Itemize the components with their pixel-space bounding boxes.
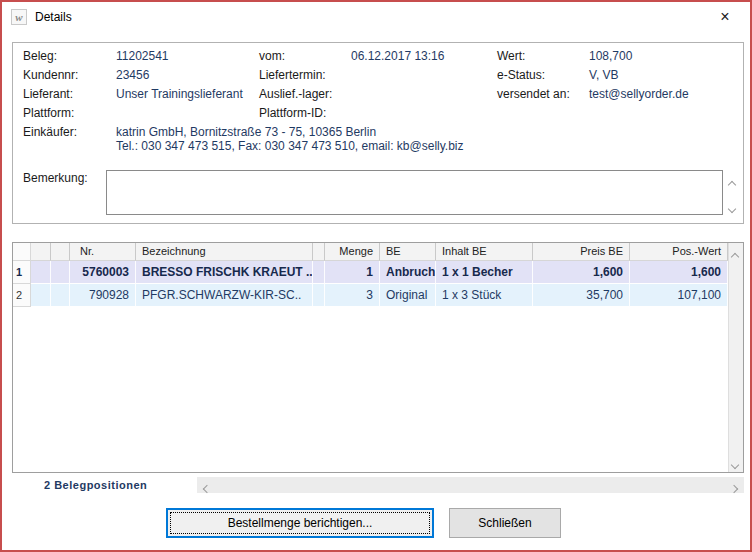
table-horizontal-scrollbar[interactable]	[197, 477, 744, 493]
kundennr-label: Kundennr:	[23, 68, 78, 82]
cell-pos-wert: 1,600	[630, 261, 728, 284]
table-row[interactable]: 2 790928 PFGR.SCHWARZW-KIR-SC.. 3 Origin…	[13, 284, 728, 307]
cell-be: Original	[380, 284, 436, 307]
scroll-down-icon[interactable]	[732, 457, 738, 471]
bemerkung-scroll-up-icon[interactable]	[729, 177, 735, 191]
e-status-label: e-Status:	[497, 68, 545, 82]
col-preis-be[interactable]: Preis BE	[533, 243, 630, 261]
cell-bezeichnung: PFGR.SCHWARZW-KIR-SC..	[136, 284, 313, 307]
einkaeufer-contact: Tel.: 030 347 473 515, Fax: 030 347 473 …	[116, 139, 464, 153]
plattform-label: Plattform:	[23, 106, 74, 120]
liefertermin-label: Liefertermin:	[259, 68, 326, 82]
cell-nr: 790928	[70, 284, 136, 307]
cell-bezeichnung: BRESSO FRISCHK KRAEUT ..	[136, 261, 313, 284]
cell-preis-be: 35,700	[533, 284, 630, 307]
row-number: 1	[13, 261, 31, 284]
einkaeufer-address: katrin GmbH, Bornitzstraße 73 - 75, 1036…	[116, 125, 464, 139]
vom-value: 06.12.2017 13:16	[351, 49, 444, 63]
versendet-an-value: test@sellyorder.de	[589, 87, 689, 101]
close-icon[interactable]: ×	[714, 6, 736, 28]
einkaeufer-value: katrin GmbH, Bornitzstraße 73 - 75, 1036…	[116, 125, 464, 153]
document-header-panel: Beleg: 11202541 Kundennr: 23456 Lieferan…	[12, 42, 744, 224]
plattform-id-label: Plattform-ID:	[259, 106, 326, 120]
titlebar: w Details ×	[2, 2, 750, 32]
wert-label: Wert:	[497, 49, 525, 63]
app-icon: w	[11, 9, 27, 25]
vom-label: vom:	[259, 49, 285, 63]
col-inhalt-be[interactable]: Inhalt BE	[436, 243, 533, 261]
table-vertical-scrollbar[interactable]	[728, 243, 743, 472]
cell-pos-wert: 107,100	[630, 284, 728, 307]
row-number: 2	[13, 284, 31, 307]
window-title: Details	[35, 10, 72, 24]
table-header-row: Nr. Bezeichnung Menge BE Inhalt BE Preis…	[13, 243, 728, 261]
cell-menge: 3	[325, 284, 380, 307]
wert-value: 108,700	[589, 49, 632, 63]
bemerkung-textarea[interactable]	[106, 170, 723, 215]
col-blank-1[interactable]	[31, 243, 51, 261]
col-bezeichnung[interactable]: Bezeichnung	[136, 243, 313, 261]
positions-count-label: 2 Belegpositionen	[44, 479, 147, 491]
bemerkung-scroll-down-icon[interactable]	[729, 201, 735, 215]
close-button[interactable]: Schließen	[449, 508, 561, 538]
scroll-left-icon[interactable]	[204, 481, 210, 495]
cell-inhalt-be: 1 x 1 Becher	[436, 261, 533, 284]
col-blank-2[interactable]	[51, 243, 70, 261]
auslief-lager-label: Auslief.-lager:	[259, 87, 332, 101]
cell-preis-be: 1,600	[533, 261, 630, 284]
col-blank-3[interactable]	[313, 243, 325, 261]
cell-be: Anbruch	[380, 261, 436, 284]
einkaeufer-label: Einkäufer:	[23, 125, 77, 139]
lieferant-label: Lieferant:	[23, 87, 73, 101]
col-be[interactable]: BE	[380, 243, 436, 261]
beleg-value: 11202541	[116, 49, 169, 63]
versendet-an-label: versendet an:	[497, 87, 570, 101]
cell-nr: 5760003	[70, 261, 136, 284]
e-status-value: V, VB	[589, 68, 619, 82]
scroll-up-icon[interactable]	[732, 249, 738, 263]
col-menge[interactable]: Menge	[325, 243, 380, 261]
bemerkung-label: Bemerkung:	[23, 171, 88, 185]
correct-order-quantity-button[interactable]: Bestellmenge berichtigen...	[166, 508, 434, 538]
details-dialog: w Details × Beleg: 11202541 Kundennr: 23…	[0, 0, 752, 552]
col-rownum	[13, 243, 31, 261]
beleg-label: Beleg:	[23, 49, 57, 63]
positions-table: Nr. Bezeichnung Menge BE Inhalt BE Preis…	[12, 242, 744, 473]
col-pos-wert[interactable]: Pos.-Wert	[630, 243, 728, 261]
scroll-right-icon[interactable]	[731, 481, 737, 495]
cell-inhalt-be: 1 x 3 Stück	[436, 284, 533, 307]
cell-menge: 1	[325, 261, 380, 284]
col-nr[interactable]: Nr.	[70, 243, 136, 261]
kundennr-value: 23456	[116, 68, 149, 82]
lieferant-value: Unser Trainingslieferant	[116, 87, 243, 101]
table-row[interactable]: 1 5760003 BRESSO FRISCHK KRAEUT .. 1 Anb…	[13, 261, 728, 284]
